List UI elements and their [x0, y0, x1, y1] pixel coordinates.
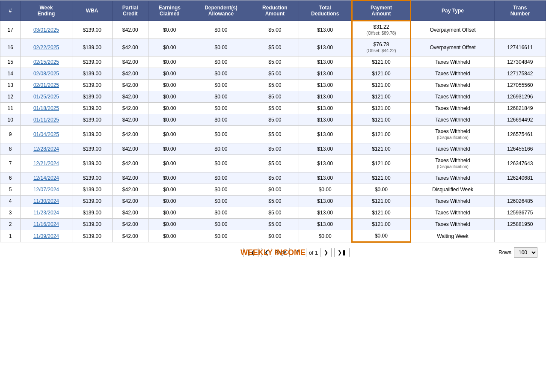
cell-week-ending[interactable]: 02/22/2025 [21, 39, 72, 56]
cell-num: 9 [0, 126, 21, 143]
table-row: 13 02/01/2025 $139.00 $42.00 $0.00 $0.00… [0, 80, 546, 91]
cell-partial-credit: $42.00 [112, 143, 148, 155]
cell-week-ending[interactable]: 01/04/2025 [21, 126, 72, 143]
table-row: 10 01/11/2025 $139.00 $42.00 $0.00 $0.00… [0, 114, 546, 126]
cell-reduction-amount: $5.00 [251, 219, 299, 230]
cell-num: 6 [0, 172, 21, 184]
prev-page-button[interactable]: ❮ [261, 248, 272, 257]
week-ending-link[interactable]: 11/09/2024 [33, 233, 59, 239]
cell-week-ending[interactable]: 12/14/2024 [21, 172, 72, 184]
cell-num: 3 [0, 207, 21, 219]
week-ending-link[interactable]: 01/25/2025 [33, 94, 59, 100]
week-ending-link[interactable]: 01/18/2025 [33, 105, 59, 111]
cell-pay-type: Taxes Withheld [411, 103, 494, 114]
week-ending-link[interactable]: 03/01/2025 [33, 27, 59, 33]
cell-partial-credit: $42.00 [112, 114, 148, 126]
cell-wba: $139.00 [72, 68, 112, 80]
cell-reduction-amount: $5.00 [251, 68, 299, 80]
cell-week-ending[interactable]: 12/28/2024 [21, 143, 72, 155]
cell-reduction-amount: $0.00 [251, 184, 299, 196]
cell-trans-number: 126821849 [494, 103, 546, 114]
week-ending-link[interactable]: 12/28/2024 [33, 146, 59, 152]
next-page-button[interactable]: ❯ [320, 248, 332, 257]
cell-wba: $139.00 [72, 207, 112, 219]
cell-trans-number: 125936775 [494, 207, 546, 219]
week-ending-link[interactable]: 02/15/2025 [33, 59, 59, 65]
cell-wba: $139.00 [72, 114, 112, 126]
week-ending-link[interactable]: 11/16/2024 [33, 221, 59, 227]
cell-total-deductions: $13.00 [299, 103, 352, 114]
cell-earnings-claimed: $0.00 [148, 184, 191, 196]
cell-wba: $139.00 [72, 230, 112, 242]
week-ending-link[interactable]: 11/23/2024 [33, 210, 59, 216]
cell-week-ending[interactable]: 12/21/2024 [21, 155, 72, 172]
last-page-button[interactable]: ❯❚ [334, 248, 350, 257]
cell-num: 14 [0, 68, 21, 80]
cell-pay-type: Disqualified Week [411, 184, 494, 196]
cell-reduction-amount: $0.00 [251, 230, 299, 242]
cell-week-ending[interactable]: 11/23/2024 [21, 207, 72, 219]
cell-trans-number [494, 230, 546, 242]
cell-dependents-allowance: $0.00 [191, 56, 251, 68]
cell-week-ending[interactable]: 03/01/2025 [21, 21, 72, 39]
cell-partial-credit: $42.00 [112, 80, 148, 91]
cell-week-ending[interactable]: 01/11/2025 [21, 114, 72, 126]
cell-partial-credit: $42.00 [112, 126, 148, 143]
first-page-button[interactable]: ❚❮ [243, 248, 258, 257]
cell-trans-number: 126694492 [494, 114, 546, 126]
cell-reduction-amount: $5.00 [251, 155, 299, 172]
cell-earnings-claimed: $0.00 [148, 39, 191, 56]
table-row: 17 03/01/2025 $139.00 $42.00 $0.00 $0.00… [0, 21, 546, 39]
rows-per-page-select[interactable]: 100 50 25 [514, 247, 537, 258]
cell-week-ending[interactable]: 01/18/2025 [21, 103, 72, 114]
week-ending-link[interactable]: 11/30/2024 [33, 198, 59, 204]
disqualification-note: (Disqualification) [437, 135, 469, 140]
week-ending-link[interactable]: 01/11/2025 [33, 117, 59, 123]
week-ending-link[interactable]: 02/08/2025 [33, 71, 59, 77]
cell-payment-amount: $0.00 [352, 184, 411, 196]
cell-week-ending[interactable]: 02/08/2025 [21, 68, 72, 80]
col-header-week-ending: WeekEnding [21, 1, 72, 21]
cell-reduction-amount: $5.00 [251, 207, 299, 219]
cell-reduction-amount: $5.00 [251, 126, 299, 143]
week-ending-link[interactable]: 12/07/2024 [33, 187, 59, 193]
cell-week-ending[interactable]: 01/25/2025 [21, 91, 72, 103]
page-input[interactable] [289, 248, 306, 257]
cell-payment-amount: $121.00 [352, 172, 411, 184]
cell-num: 5 [0, 184, 21, 196]
cell-payment-amount: $31.22 (Offset: $89.78) [352, 21, 411, 39]
payment-history-table: # WeekEnding WBA PartialCredit EarningsC… [0, 0, 546, 243]
col-header-num: # [0, 1, 21, 21]
cell-num: 13 [0, 80, 21, 91]
cell-week-ending[interactable]: 11/09/2024 [21, 230, 72, 242]
cell-earnings-claimed: $0.00 [148, 196, 191, 207]
table-row: 5 12/07/2024 $139.00 $42.00 $0.00 $0.00 … [0, 184, 546, 196]
cell-week-ending[interactable]: 11/30/2024 [21, 196, 72, 207]
cell-pay-type: Taxes Withheld [411, 91, 494, 103]
cell-total-deductions: $0.00 [299, 230, 352, 242]
cell-earnings-claimed: $0.00 [148, 172, 191, 184]
week-ending-link[interactable]: 12/14/2024 [33, 175, 59, 181]
week-ending-link[interactable]: 12/21/2024 [33, 160, 59, 166]
cell-num: 16 [0, 39, 21, 56]
cell-reduction-amount: $5.00 [251, 80, 299, 91]
cell-total-deductions: $0.00 [299, 184, 352, 196]
cell-num: 2 [0, 219, 21, 230]
cell-num: 7 [0, 155, 21, 172]
cell-week-ending[interactable]: 02/01/2025 [21, 80, 72, 91]
table-row: 4 11/30/2024 $139.00 $42.00 $0.00 $0.00 … [0, 196, 546, 207]
week-ending-link[interactable]: 01/04/2025 [33, 131, 59, 137]
table-row: 12 01/25/2025 $139.00 $42.00 $0.00 $0.00… [0, 91, 546, 103]
offset-note: (Offset: $44.22) [366, 48, 396, 53]
table-header-row: # WeekEnding WBA PartialCredit EarningsC… [0, 1, 546, 21]
cell-week-ending[interactable]: 11/16/2024 [21, 219, 72, 230]
table-row: 6 12/14/2024 $139.00 $42.00 $0.00 $0.00 … [0, 172, 546, 184]
cell-pay-type: Taxes Withheld [411, 56, 494, 68]
cell-total-deductions: $13.00 [299, 56, 352, 68]
cell-week-ending[interactable]: 02/15/2025 [21, 56, 72, 68]
week-ending-link[interactable]: 02/22/2025 [33, 45, 59, 50]
week-ending-link[interactable]: 02/01/2025 [33, 82, 59, 88]
cell-dependents-allowance: $0.00 [191, 21, 251, 39]
cell-week-ending[interactable]: 12/07/2024 [21, 184, 72, 196]
col-header-earnings-claimed: EarningsClaimed [148, 1, 191, 21]
